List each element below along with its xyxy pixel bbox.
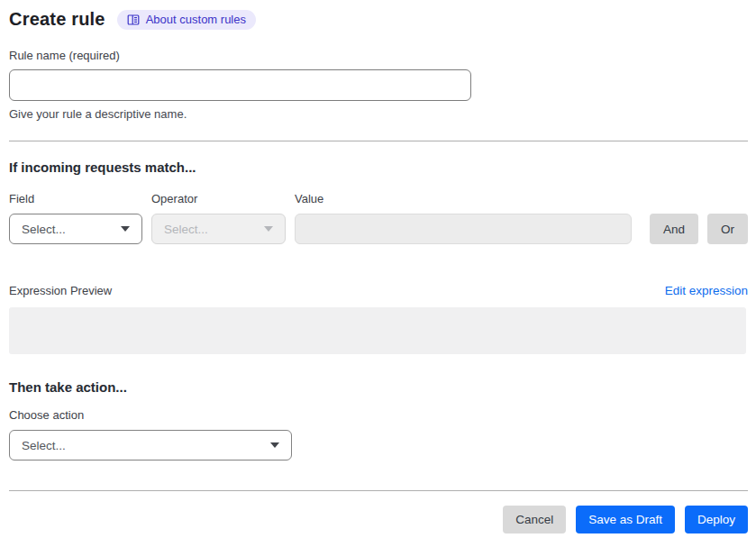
field-column: Field Select... — [9, 192, 142, 244]
choose-action-select-value: Select... — [22, 439, 66, 452]
deploy-button[interactable]: Deploy — [685, 506, 748, 533]
expression-preview-box — [9, 307, 746, 354]
save-as-draft-button[interactable]: Save as Draft — [576, 506, 675, 533]
create-rule-form: Create rule About custom rules Rule name… — [0, 0, 756, 533]
and-button[interactable]: And — [650, 214, 698, 244]
match-section-heading: If incoming requests match... — [9, 160, 748, 175]
condition-row: Field Select... Operator Select... Value… — [9, 192, 748, 244]
operator-column: Operator Select... — [151, 192, 286, 244]
operator-select-value: Select... — [164, 223, 208, 236]
about-custom-rules-label: About custom rules — [146, 14, 246, 25]
field-label: Field — [9, 192, 142, 205]
footer-actions: Cancel Save as Draft Deploy — [9, 506, 748, 533]
operator-select[interactable]: Select... — [151, 214, 286, 244]
value-input[interactable] — [295, 214, 632, 244]
book-icon — [127, 14, 140, 26]
page-title: Create rule — [9, 9, 105, 30]
rule-name-label: Rule name (required) — [9, 49, 748, 62]
rule-name-helper: Give your rule a descriptive name. — [9, 107, 748, 121]
field-select[interactable]: Select... — [9, 214, 142, 244]
rule-name-input[interactable] — [9, 69, 471, 101]
choose-action-label: Choose action — [9, 408, 748, 422]
chevron-down-icon — [121, 226, 130, 232]
value-label: Value — [295, 192, 632, 205]
chevron-down-icon — [264, 226, 273, 232]
expression-preview-label: Expression Preview — [9, 284, 112, 297]
action-section-heading: Then take action... — [9, 379, 748, 395]
section-divider — [9, 141, 748, 141]
field-select-value: Select... — [22, 223, 66, 236]
expression-header: Expression Preview Edit expression — [9, 284, 748, 297]
value-column: Value — [295, 192, 632, 244]
edit-expression-link[interactable]: Edit expression — [665, 284, 748, 297]
choose-action-select[interactable]: Select... — [9, 430, 292, 460]
footer-divider — [9, 490, 748, 491]
chevron-down-icon — [270, 442, 279, 448]
operator-label: Operator — [151, 192, 286, 205]
cancel-button[interactable]: Cancel — [503, 506, 566, 533]
header: Create rule About custom rules — [9, 9, 748, 30]
or-button[interactable]: Or — [707, 214, 748, 244]
about-custom-rules-link[interactable]: About custom rules — [117, 10, 256, 30]
